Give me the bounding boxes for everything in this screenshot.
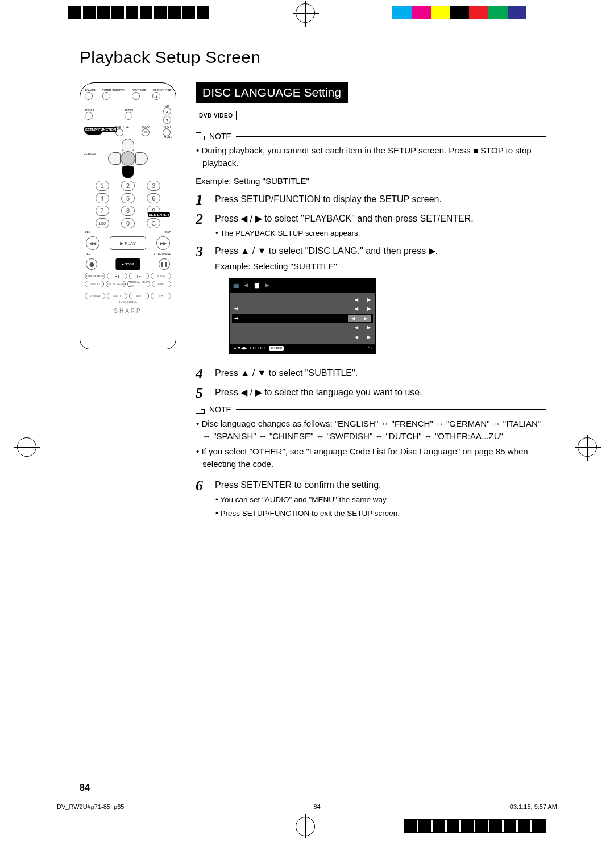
color-bar bbox=[392, 6, 546, 19]
dpad bbox=[108, 139, 148, 178]
note-header-2: NOTE bbox=[196, 405, 546, 414]
note-text: • During playback, you cannot set each i… bbox=[196, 144, 546, 169]
section-heading: DISC LANGUAGE Setting bbox=[196, 82, 348, 103]
note2-bullet-1: • Disc language changes as follows: "ENG… bbox=[196, 418, 546, 443]
transport-controls: ◀◀ ▶ PLAY ▶▶ bbox=[86, 236, 170, 250]
set-enter-label: SET/ ENTER bbox=[148, 212, 170, 217]
registration-target-right-icon bbox=[578, 437, 597, 457]
page-title: Playback Setup Screen bbox=[80, 48, 546, 67]
number-pad: 123 456 789 1000C bbox=[90, 181, 165, 228]
example-line: Example: Setting "SUBTITLE" bbox=[196, 175, 546, 187]
remote-control-illustration: POWER TIMER STANDBY DISC SKIP OPEN/CLOSE… bbox=[80, 82, 176, 349]
setup-function-label: SETUP/ FUNCTION bbox=[84, 127, 117, 132]
note-icon bbox=[196, 132, 205, 140]
manual-page: Playback Setup Screen POWER TIMER STANDB… bbox=[51, 31, 563, 803]
onscreen-menu-illustration: 📺 ◀▇▶ ◀ ▶➡◀ ▶➡◀ ▶◀ ▶◀ ▶ ▲▼◀▶SELECT ENTER… bbox=[229, 278, 376, 354]
stop-button: ■ STOP bbox=[115, 258, 140, 270]
brand-logo: SHARP bbox=[85, 308, 171, 314]
step-4: 4 Press ▲ / ▼ to select "SUBTITLE". bbox=[196, 366, 546, 381]
print-slug: DV_RW2U#p71-85 .p65 84 03.1.15, 9:57 AM bbox=[57, 803, 557, 810]
slug-page: 84 bbox=[314, 803, 321, 810]
note-header: NOTE bbox=[196, 132, 546, 141]
menu-icon: 📺 bbox=[233, 282, 239, 290]
note-label: NOTE bbox=[209, 132, 231, 141]
density-bars bbox=[404, 819, 546, 833]
step-3: 3 Press ▲ / ▼ to select "DISC LANG." and… bbox=[196, 244, 546, 362]
dvd-video-badge: DVD VIDEO bbox=[196, 111, 237, 120]
step-2: 2 Press ◀ / ▶ to select "PLAYBACK" and t… bbox=[196, 212, 546, 239]
step-6: 6 Press SET/ENTER to confirm the setting… bbox=[196, 478, 546, 520]
registration-target-icon bbox=[296, 3, 315, 23]
registration-target-left-icon bbox=[17, 437, 36, 457]
title-rule bbox=[80, 72, 546, 72]
note2-bullet-2: • If you select "OTHER", see "Language C… bbox=[196, 445, 546, 470]
page-number: 84 bbox=[80, 783, 90, 793]
registration-target-icon bbox=[296, 817, 315, 836]
tv-control-label: TV CONTROL bbox=[85, 301, 171, 303]
slug-filename: DV_RW2U#p71-85 .p65 bbox=[57, 803, 124, 810]
instruction-steps: 1 Press SETUP/FUNCTION to display the SE… bbox=[196, 193, 546, 400]
print-registration-top bbox=[0, 0, 614, 25]
print-registration-bottom bbox=[0, 813, 614, 838]
note-label: NOTE bbox=[209, 405, 231, 414]
density-bars bbox=[68, 6, 210, 19]
slug-timestamp: 03.1.15, 9:57 AM bbox=[510, 803, 557, 810]
step-5: 5 Press ◀ / ▶ to select the language you… bbox=[196, 386, 546, 400]
play-button: ▶ PLAY bbox=[110, 236, 146, 250]
note-icon bbox=[196, 406, 205, 414]
step-1: 1 Press SETUP/FUNCTION to display the SE… bbox=[196, 193, 546, 207]
